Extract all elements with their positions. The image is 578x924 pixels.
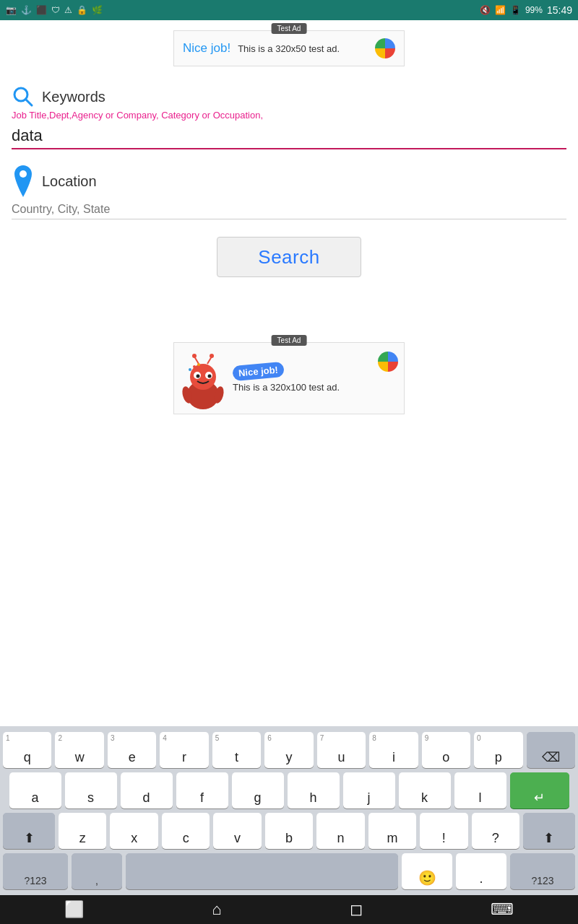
key-q[interactable]: 1q xyxy=(3,732,51,768)
ad-logo-top xyxy=(375,38,395,58)
mute-icon: 🔇 xyxy=(480,5,491,15)
svg-point-10 xyxy=(192,354,197,358)
key-l[interactable]: l xyxy=(454,772,506,808)
svg-point-17 xyxy=(197,363,200,366)
svg-line-1 xyxy=(26,100,33,106)
svg-point-15 xyxy=(189,368,191,371)
svg-point-7 xyxy=(197,375,200,378)
keyboard-row-bottom: ?123 , 🙂 . ?123 xyxy=(3,853,575,889)
svg-point-12 xyxy=(210,354,214,358)
keywords-subtitle: Job Title,Dept,Agency or Company, Catego… xyxy=(12,110,566,121)
key-r[interactable]: 4r xyxy=(160,732,208,768)
ad-label-top: Test Ad xyxy=(272,23,307,34)
key-enter[interactable]: ↵ xyxy=(510,772,569,808)
location-header: Location xyxy=(12,164,566,199)
keyboard: 1q 2w 3e 4r 5t 6y 7u 8i 9o 0p ⌫ a s d f … xyxy=(0,726,578,895)
keywords-title: Keywords xyxy=(42,89,105,105)
key-e[interactable]: 3e xyxy=(108,732,156,768)
key-space[interactable] xyxy=(126,853,398,889)
key-n[interactable]: n xyxy=(316,813,364,849)
key-t[interactable]: 5t xyxy=(212,732,261,768)
key-dot[interactable]: . xyxy=(456,853,506,889)
ad-banner-bottom: Test Ad xyxy=(173,342,405,414)
key-a[interactable]: a xyxy=(9,772,61,808)
key-f[interactable]: f xyxy=(176,772,228,808)
navigation-bar: ⬜ ⌂ ◻ ⌨ xyxy=(0,895,578,924)
search-button[interactable]: Search xyxy=(217,237,361,277)
keywords-input[interactable] xyxy=(12,123,566,149)
leaf-icon: 🌿 xyxy=(92,5,103,15)
key-comma[interactable]: , xyxy=(72,853,122,889)
signal-icon: 📱 xyxy=(510,5,521,15)
keyboard-row-1: 1q 2w 3e 4r 5t 6y 7u 8i 9o 0p ⌫ xyxy=(3,732,575,768)
ad-description-top: This is a 320x50 test ad. xyxy=(238,43,368,54)
monster-svg xyxy=(180,348,227,413)
key-o[interactable]: 9o xyxy=(422,732,470,768)
key-j[interactable]: j xyxy=(343,772,395,808)
svg-point-2 xyxy=(20,170,27,178)
key-emoji[interactable]: 🙂 xyxy=(402,853,452,889)
key-y[interactable]: 6y xyxy=(264,732,313,768)
ad-bottom-text-area: Nice job! This is a 320x100 test ad. xyxy=(233,364,372,393)
wifi-icon: 📶 xyxy=(495,5,506,15)
status-right: 🔇 📶 📱 99% 15:49 xyxy=(480,4,572,16)
square-icon: ⬛ xyxy=(36,5,47,15)
anchor-icon: ⚓ xyxy=(21,5,32,15)
ad-label-bottom: Test Ad xyxy=(272,335,307,346)
ad-description-bottom: This is a 320x100 test ad. xyxy=(233,382,372,393)
ad-nice-job-bottom: Nice job! xyxy=(233,364,372,379)
clock: 15:49 xyxy=(547,4,572,16)
key-d[interactable]: d xyxy=(121,772,173,808)
keyboard-row-2: a s d f g h j k l ↵ xyxy=(3,772,575,808)
svg-point-8 xyxy=(208,375,212,378)
key-w[interactable]: 2w xyxy=(55,732,103,768)
key-sym-left[interactable]: ?123 xyxy=(3,853,68,889)
svg-point-16 xyxy=(193,365,196,368)
location-input[interactable] xyxy=(12,200,566,219)
shield-icon: 🛡 xyxy=(51,5,60,15)
key-shift-right[interactable]: ⬆ xyxy=(523,813,575,849)
nav-home-icon[interactable]: ⌂ xyxy=(212,900,221,919)
nav-keyboard-icon[interactable]: ⌨ xyxy=(491,900,514,919)
photo-icon: 📷 xyxy=(6,5,17,15)
key-x[interactable]: x xyxy=(110,813,158,849)
key-shift-left[interactable]: ⬆ xyxy=(3,813,55,849)
key-exclaim[interactable]: ! xyxy=(420,813,467,849)
location-title: Location xyxy=(42,173,97,190)
keywords-header: Keywords xyxy=(12,85,566,108)
key-question[interactable]: ? xyxy=(472,813,519,849)
main-content: Test Ad Nice job! This is a 320x50 test … xyxy=(0,30,578,414)
key-m[interactable]: m xyxy=(368,813,416,849)
key-u[interactable]: 7u xyxy=(317,732,366,768)
key-z[interactable]: z xyxy=(59,813,106,849)
key-k[interactable]: k xyxy=(399,772,451,808)
key-delete[interactable]: ⌫ xyxy=(527,732,575,768)
search-button-container: Search xyxy=(0,237,578,277)
key-c[interactable]: c xyxy=(162,813,210,849)
battery-percent: 99% xyxy=(525,5,543,15)
nav-back-icon[interactable]: ⬜ xyxy=(64,900,84,919)
key-s[interactable]: s xyxy=(65,772,117,808)
lock-icon: 🔒 xyxy=(77,5,87,15)
key-b[interactable]: b xyxy=(265,813,313,849)
ad-logo-bottom xyxy=(378,352,398,372)
nav-recents-icon[interactable]: ◻ xyxy=(350,900,363,919)
keywords-section: Keywords Job Title,Dept,Agency or Compan… xyxy=(0,77,578,152)
key-v[interactable]: v xyxy=(213,813,261,849)
keyboard-row-3: ⬆ z x c v b n m ! ? ⬆ xyxy=(3,813,575,849)
location-section: Location xyxy=(0,152,578,222)
key-h[interactable]: h xyxy=(288,772,340,808)
ad-monster-image xyxy=(180,348,227,409)
search-icon xyxy=(12,85,35,108)
key-i[interactable]: 8i xyxy=(369,732,418,768)
ad-nice-job-top: Nice job! xyxy=(183,41,230,56)
status-icons-left: 📷 ⚓ ⬛ 🛡 ⚠ 🔒 🌿 xyxy=(6,5,103,15)
key-p[interactable]: 0p xyxy=(474,732,522,768)
ad-banner-top: Test Ad Nice job! This is a 320x50 test … xyxy=(173,30,405,66)
key-sym-right[interactable]: ?123 xyxy=(510,853,575,889)
status-bar: 📷 ⚓ ⬛ 🛡 ⚠ 🔒 🌿 🔇 📶 📱 99% 15:49 xyxy=(0,0,578,20)
key-g[interactable]: g xyxy=(232,772,284,808)
warning-icon: ⚠ xyxy=(64,5,72,15)
location-icon xyxy=(12,164,35,199)
